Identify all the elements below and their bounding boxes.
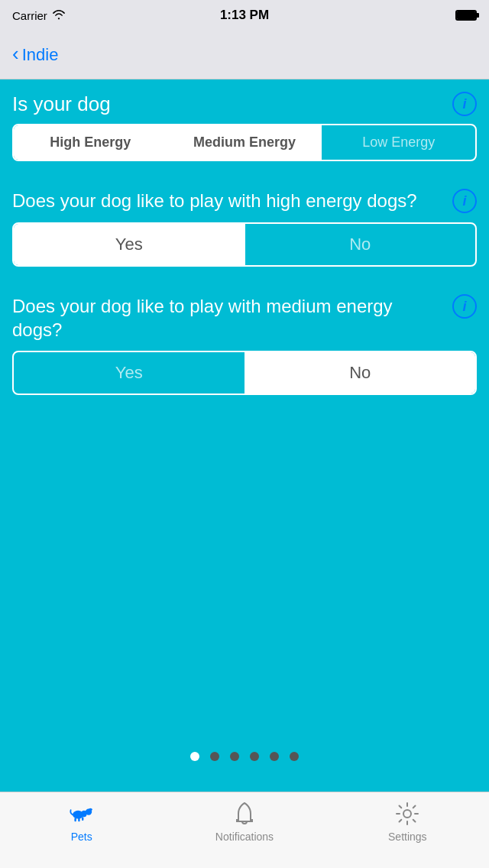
pagination-dots [0, 752, 489, 761]
high-energy-play-row: Does your dog like to play with high ene… [12, 189, 477, 213]
carrier-label: Carrier [12, 9, 47, 22]
status-bar: Carrier 1:13 PM [0, 0, 489, 31]
tab-notifications[interactable]: Notifications [163, 800, 325, 843]
medium-energy-yes-option[interactable]: Yes [14, 352, 245, 394]
svg-rect-4 [74, 818, 76, 821]
main-content: Is your dog i High Energy Medium Energy … [0, 79, 489, 395]
tab-settings[interactable]: Settings [326, 800, 489, 843]
dot-4 [250, 752, 259, 761]
back-label: Indie [22, 45, 59, 65]
svg-point-7 [403, 810, 411, 818]
pets-icon [68, 800, 96, 828]
medium-energy-play-info-icon[interactable]: i [452, 294, 477, 319]
dot-2 [210, 752, 219, 761]
dot-1 [190, 752, 199, 761]
tab-notifications-label: Notifications [215, 831, 274, 843]
high-energy-play-section: Does your dog like to play with high ene… [0, 177, 489, 267]
svg-rect-5 [78, 818, 79, 821]
status-bar-right [455, 10, 477, 21]
energy-section-header: Is your dog i [12, 92, 477, 116]
energy-section: Is your dog i High Energy Medium Energy … [0, 79, 489, 161]
medium-energy-play-row: Does your dog like to play with medium e… [12, 294, 477, 342]
medium-energy-play-section: Does your dog like to play with medium e… [0, 282, 489, 395]
tab-pets[interactable]: Pets [0, 800, 163, 843]
notifications-icon [231, 800, 258, 828]
svg-point-3 [89, 808, 92, 811]
nav-bar: ‹ Indie [0, 31, 489, 79]
dot-6 [290, 752, 299, 761]
high-energy-option[interactable]: High Energy [14, 125, 168, 160]
medium-energy-option[interactable]: Medium Energy [168, 125, 322, 160]
medium-energy-play-question: Does your dog like to play with medium e… [12, 294, 443, 342]
high-energy-play-info-icon[interactable]: i [452, 189, 477, 213]
dot-5 [270, 752, 279, 761]
high-energy-yes-option[interactable]: Yes [14, 224, 245, 265]
back-chevron-icon: ‹ [12, 42, 19, 66]
tab-pets-label: Pets [71, 831, 92, 843]
status-bar-left: Carrier [12, 9, 66, 22]
medium-energy-play-toggle: Yes No [12, 351, 477, 395]
medium-energy-no-option[interactable]: No [245, 352, 476, 394]
energy-segmented-control: High Energy Medium Energy Low Energy [12, 124, 477, 161]
tab-settings-label: Settings [388, 831, 427, 843]
energy-info-icon[interactable]: i [452, 92, 477, 116]
energy-section-title: Is your dog [12, 92, 111, 116]
back-button[interactable]: ‹ Indie [12, 44, 58, 66]
status-bar-time: 1:13 PM [220, 8, 269, 23]
tab-bar: Pets Notifications Settings [0, 792, 489, 868]
battery-icon [455, 10, 477, 21]
high-energy-no-option[interactable]: No [245, 224, 476, 265]
high-energy-play-question: Does your dog like to play with high ene… [12, 189, 443, 212]
high-energy-play-toggle: Yes No [12, 222, 477, 267]
wifi-icon [52, 9, 66, 22]
settings-icon [393, 800, 421, 828]
low-energy-option[interactable]: Low Energy [322, 125, 475, 160]
dot-3 [230, 752, 239, 761]
svg-rect-6 [82, 817, 83, 821]
